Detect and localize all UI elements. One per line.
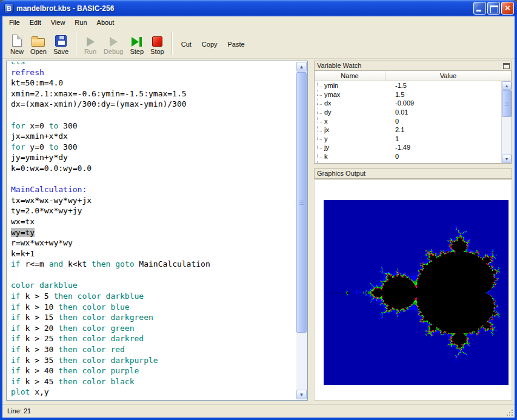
code-line	[11, 270, 296, 281]
close-button[interactable]	[501, 2, 514, 15]
scroll-up-arrow-icon[interactable]: ▲	[502, 81, 512, 90]
code-line: if k > 20 then color green	[11, 323, 296, 334]
toolbar-button-label: Debug	[104, 48, 123, 55]
variable-row[interactable]: x0	[315, 116, 501, 125]
code-line: if k > 15 then color darkgreen	[11, 312, 296, 323]
variable-row[interactable]: jx2.1	[315, 125, 501, 135]
maximize-button[interactable]	[487, 2, 500, 15]
variable-rows: ymin-1.5ymax1.5dx-0.009dy0.01x0jx2.1y1jy…	[315, 81, 501, 163]
variable-watch-scrollbar[interactable]: ▲ ▼	[501, 81, 512, 163]
code-line: r=wx*wx+wy*wy	[11, 238, 296, 248]
code-line: ty=2.0*wx*wy+jy	[11, 205, 296, 216]
tree-twig-icon	[317, 153, 322, 158]
code-line: jy=ymin+y*dy	[11, 152, 296, 163]
code-line	[11, 174, 296, 185]
code-line: if k > 30 then color red	[11, 344, 296, 355]
title-bar[interactable]: B mandelbrot.kbs - BASIC-256	[0, 0, 517, 16]
variable-row[interactable]: ymin-1.5	[315, 81, 501, 90]
code-editor[interactable]: clsrefreshkt=50:m=4.0xmin=2.1:xmax=-0.6:…	[6, 61, 308, 401]
code-line: MainCalculation:	[11, 184, 296, 195]
code-line: color darkblue	[11, 280, 296, 291]
toolbar-button-label: New	[10, 48, 24, 55]
toolbar-separator	[172, 32, 173, 55]
scrollbar-thumb[interactable]	[502, 90, 512, 117]
step-button[interactable]: Step	[127, 30, 147, 57]
code-line: if k > 5 then color darkblue	[11, 291, 296, 302]
save-icon	[55, 35, 67, 47]
toolbar-separator	[76, 32, 77, 55]
status-bar: Line: 21	[2, 404, 515, 418]
new-file-icon	[12, 35, 22, 47]
resize-grip[interactable]	[505, 408, 513, 416]
editor-scrollbar[interactable]: ▲ ▼	[296, 62, 307, 399]
client-area: FileEditViewRunAbout NewOpenSaveRunDebug…	[2, 16, 515, 418]
toolbar-button-label: Open	[30, 48, 47, 55]
open-button[interactable]: Open	[27, 30, 50, 57]
code-line: k=0:wx=0.0:wy=0.0	[11, 163, 296, 174]
scrollbar-thumb[interactable]	[296, 72, 307, 333]
menu-bar: FileEditViewRunAbout	[2, 16, 515, 28]
code-line: wy=ty	[11, 227, 296, 238]
step-icon	[132, 36, 142, 47]
code-line: if r<=m and k<kt then goto MainCalculati…	[11, 259, 296, 270]
new-button[interactable]: New	[7, 30, 27, 57]
code-line: xmin=2.1:xmax=-0.6:ymin=-1.5:ymax=1.5	[11, 88, 296, 99]
toolbar-button-label: Step	[130, 48, 144, 55]
variable-watch-header: Variable Watch	[314, 61, 512, 71]
code-line: kt=50:m=4.0	[11, 78, 296, 88]
menu-item-run[interactable]: Run	[70, 16, 92, 28]
menu-item-edit[interactable]: Edit	[25, 16, 46, 28]
variable-row[interactable]: ymax1.5	[315, 90, 501, 99]
code-line: if k > 10 then color blue	[11, 302, 296, 313]
tree-twig-icon	[317, 99, 322, 105]
menu-item-file[interactable]: File	[4, 16, 25, 28]
minimize-button[interactable]	[473, 2, 486, 15]
code-line: dx=(xmax-xmin)/300:dy=(ymax-ymin)/300	[11, 99, 296, 110]
code-line: k=k+1	[11, 248, 296, 259]
float-panel-icon[interactable]	[503, 63, 510, 69]
variable-row[interactable]: dx-0.009	[315, 99, 501, 108]
variable-row[interactable]: jy-1.49	[315, 143, 501, 152]
toolbar-button-label: Cut	[181, 41, 192, 48]
code-lines[interactable]: clsrefreshkt=50:m=4.0xmin=2.1:xmax=-0.6:…	[7, 62, 296, 399]
tree-twig-icon	[317, 126, 322, 132]
stop-button[interactable]: Stop	[147, 30, 167, 57]
scroll-up-arrow-icon[interactable]: ▲	[296, 62, 307, 72]
debug-button[interactable]: Debug	[101, 30, 126, 57]
code-line: if k > 40 then color purple	[11, 365, 296, 376]
variable-row[interactable]: y1	[315, 135, 501, 144]
code-line: plot x,y	[11, 387, 296, 398]
code-line: refresh	[11, 67, 296, 78]
code-line: if k > 35 then color darkpurple	[11, 355, 296, 366]
cut-button[interactable]: Cut	[176, 30, 196, 57]
save-button[interactable]: Save	[50, 30, 72, 57]
menu-item-about[interactable]: About	[92, 16, 119, 28]
menu-item-view[interactable]: View	[46, 16, 70, 28]
window-title: mandelbrot.kbs - BASIC-256	[16, 4, 473, 13]
toolbar-button-label: Run	[84, 48, 96, 55]
scroll-down-arrow-icon[interactable]: ▼	[502, 155, 512, 163]
variable-row[interactable]: dy0.01	[315, 108, 501, 117]
paste-button[interactable]: Paste	[223, 30, 250, 57]
column-header-name[interactable]: Name	[315, 71, 385, 81]
toolbar-button-label: Stop	[150, 48, 164, 55]
toolbar-button-label: Copy	[202, 41, 218, 48]
tree-twig-icon	[317, 161, 322, 163]
tree-twig-icon	[317, 144, 322, 149]
code-line: if k > 45 then color black	[11, 376, 296, 387]
scroll-down-arrow-icon[interactable]: ▼	[296, 390, 307, 399]
variable-row[interactable]: wx0	[315, 161, 501, 163]
run-icon	[87, 37, 95, 47]
toolbar: NewOpenSaveRunDebugStepStopCutCopyPaste	[2, 28, 515, 59]
graphics-output-header: Graphics Output	[314, 168, 512, 179]
run-button[interactable]: Run	[81, 30, 100, 57]
variable-row[interactable]: k0	[315, 152, 501, 161]
code-line: wx=tx	[11, 216, 296, 227]
column-header-value[interactable]: Value	[385, 71, 512, 81]
graphics-output-title: Graphics Output	[317, 170, 365, 177]
tree-twig-icon	[317, 117, 322, 122]
app-window: B mandelbrot.kbs - BASIC-256 FileEditVie…	[0, 0, 517, 420]
copy-button[interactable]: Copy	[197, 30, 222, 57]
code-line: for x=0 to 300	[11, 121, 296, 132]
table-header-row: Name Value	[315, 71, 512, 81]
